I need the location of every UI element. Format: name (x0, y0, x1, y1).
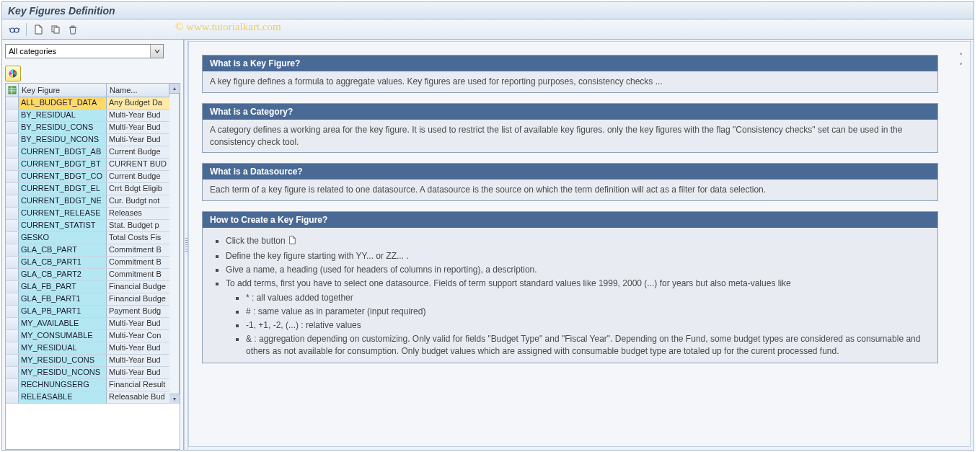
table-row[interactable]: MY_AVAILABLEMulti-Year Bud (6, 318, 169, 330)
cell-name[interactable]: Multi-Year Con (107, 330, 169, 342)
cell-key-figure[interactable]: GLA_FB_PART (19, 281, 107, 293)
delete-button[interactable] (65, 22, 81, 37)
select-all-header[interactable] (6, 84, 19, 97)
cell-key-figure[interactable]: CURRENT_BDGT_EL (19, 183, 107, 195)
table-row[interactable]: CURRENT_BDGT_ABCurrent Budge (6, 146, 169, 159)
table-row[interactable]: MY_CONSUMABLEMulti-Year Con (6, 330, 169, 342)
row-selector[interactable] (6, 159, 19, 170)
cell-key-figure[interactable]: BY_RESIDUAL (19, 110, 107, 121)
cell-key-figure[interactable]: CURRENT_STATIST (19, 220, 107, 231)
cell-name[interactable]: CURRENT BUD (107, 159, 169, 170)
column-name[interactable]: Name... (107, 84, 169, 97)
table-row[interactable]: GLA_CB_PART2Commitment B (6, 269, 169, 281)
cell-name[interactable]: Financial Result (107, 379, 169, 391)
row-selector[interactable] (6, 183, 19, 195)
row-selector[interactable] (6, 330, 19, 342)
cell-key-figure[interactable]: CURRENT_BDGT_AB (19, 146, 107, 158)
row-selector[interactable] (6, 122, 19, 133)
row-selector[interactable] (6, 281, 19, 293)
cell-name[interactable]: Releases (107, 208, 169, 219)
table-row[interactable]: BY_RESIDUALMulti-Year Bud (6, 110, 169, 122)
cell-key-figure[interactable]: BY_RESIDU_NCONS (19, 134, 107, 146)
scroll-down-icon[interactable]: ˅ (955, 61, 966, 71)
cell-name[interactable]: Multi-Year Bud (107, 122, 169, 133)
cell-key-figure[interactable]: GLA_FB_PART1 (19, 293, 107, 305)
cell-key-figure[interactable]: MY_RESIDU_NCONS (19, 367, 107, 378)
cell-name[interactable]: Multi-Year Bud (107, 318, 169, 329)
cell-key-figure[interactable]: ALL_BUDGET_DATA (19, 97, 107, 109)
cell-name[interactable]: Commitment B (107, 257, 169, 268)
display-button[interactable] (6, 22, 22, 37)
category-dropdown[interactable] (5, 44, 164, 58)
row-selector[interactable] (6, 146, 19, 158)
table-row[interactable]: GLA_CB_PART1Commitment B (6, 257, 169, 269)
cell-name[interactable]: Multi-Year Bud (107, 355, 169, 366)
row-selector[interactable] (6, 208, 19, 219)
row-selector[interactable] (6, 257, 19, 268)
table-row[interactable]: GLA_PB_PART1Payment Budg (6, 306, 169, 318)
cell-name[interactable]: Multi-Year Bud (107, 367, 169, 378)
row-selector[interactable] (6, 171, 19, 182)
table-row[interactable]: GLA_CB_PARTCommitment B (6, 244, 169, 257)
row-selector[interactable] (6, 195, 19, 207)
cell-name[interactable]: Any Budget Da (107, 97, 169, 109)
scroll-track[interactable] (169, 94, 179, 394)
row-selector[interactable] (6, 293, 19, 305)
scroll-up-icon[interactable]: ˄ (955, 50, 966, 61)
table-row[interactable]: BY_RESIDU_CONSMulti-Year Bud (6, 122, 169, 134)
cell-key-figure[interactable]: CURRENT_RELEASE (19, 208, 107, 219)
column-key-figure[interactable]: Key Figure (19, 84, 107, 97)
row-selector[interactable] (6, 134, 19, 146)
row-selector[interactable] (6, 306, 19, 317)
cell-name[interactable]: Multi-Year Bud (107, 342, 169, 354)
table-row[interactable]: MY_RESIDU_NCONSMulti-Year Bud (6, 367, 169, 379)
cell-name[interactable]: Cur. Budgt not (107, 195, 169, 207)
cell-key-figure[interactable]: RECHNUNGSERG (19, 379, 107, 391)
row-selector[interactable] (6, 391, 19, 403)
table-row[interactable]: CURRENT_RELEASEReleases (6, 208, 169, 220)
cell-key-figure[interactable]: CURRENT_BDGT_BT (19, 159, 107, 170)
cell-name[interactable]: Releasable Bud (107, 391, 169, 403)
cell-name[interactable]: Financial Budge (107, 281, 169, 293)
row-selector[interactable] (6, 110, 19, 121)
cell-key-figure[interactable]: RELEASABLE (19, 391, 107, 403)
copy-button[interactable] (48, 22, 63, 37)
cell-name[interactable]: Commitment B (107, 269, 169, 280)
cell-key-figure[interactable]: GLA_CB_PART (19, 244, 107, 256)
row-selector[interactable] (6, 220, 19, 231)
cell-name[interactable]: Multi-Year Bud (107, 134, 169, 146)
table-vertical-scrollbar[interactable]: ▴ ▾ (169, 84, 180, 404)
cell-name[interactable]: Current Budge (107, 171, 169, 182)
cell-name[interactable]: Stat. Budget p (107, 220, 169, 231)
cell-key-figure[interactable]: GESKO (19, 232, 107, 244)
cell-name[interactable]: Financial Budge (107, 293, 169, 305)
table-row[interactable]: MY_RESIDU_CONSMulti-Year Bud (6, 355, 169, 367)
cell-name[interactable]: Multi-Year Bud (107, 110, 169, 121)
cell-key-figure[interactable]: GLA_CB_PART2 (19, 269, 107, 280)
table-row[interactable]: MY_RESIDUALMulti-Year Bud (6, 342, 169, 355)
row-selector[interactable] (6, 232, 19, 244)
table-row[interactable]: CURRENT_STATISTStat. Budget p (6, 220, 169, 232)
table-row[interactable]: BY_RESIDU_NCONSMulti-Year Bud (6, 134, 169, 146)
cell-key-figure[interactable]: MY_CONSUMABLE (19, 330, 107, 342)
cell-key-figure[interactable]: MY_AVAILABLE (19, 318, 107, 329)
table-row[interactable]: CURRENT_BDGT_BTCURRENT BUD (6, 159, 169, 171)
table-row[interactable]: RELEASABLEReleasable Bud (6, 391, 169, 404)
table-row[interactable]: GESKOTotal Costs Fis (6, 232, 169, 244)
cell-name[interactable]: Commitment B (107, 244, 169, 256)
color-legend-button[interactable] (5, 66, 21, 81)
table-row[interactable]: GLA_FB_PARTFinancial Budge (6, 281, 169, 293)
row-selector[interactable] (6, 355, 19, 366)
help-vertical-scrollbar[interactable]: ˄ ˅ (955, 50, 966, 438)
table-row[interactable]: ALL_BUDGET_DATAAny Budget Da (6, 97, 169, 110)
cell-key-figure[interactable]: GLA_PB_PART1 (19, 306, 107, 317)
table-row[interactable]: RECHNUNGSERGFinancial Result (6, 379, 169, 391)
row-selector[interactable] (6, 318, 19, 329)
table-row[interactable]: CURRENT_BDGT_NECur. Budgt not (6, 195, 169, 208)
row-selector[interactable] (6, 269, 19, 280)
table-row[interactable]: CURRENT_BDGT_COCurrent Budge (6, 171, 169, 183)
cell-key-figure[interactable]: GLA_CB_PART1 (19, 257, 107, 268)
table-row[interactable]: GLA_FB_PART1Financial Budge (6, 293, 169, 306)
cell-name[interactable]: Crrt Bdgt Eligib (107, 183, 169, 195)
cell-key-figure[interactable]: MY_RESIDUAL (19, 342, 107, 354)
